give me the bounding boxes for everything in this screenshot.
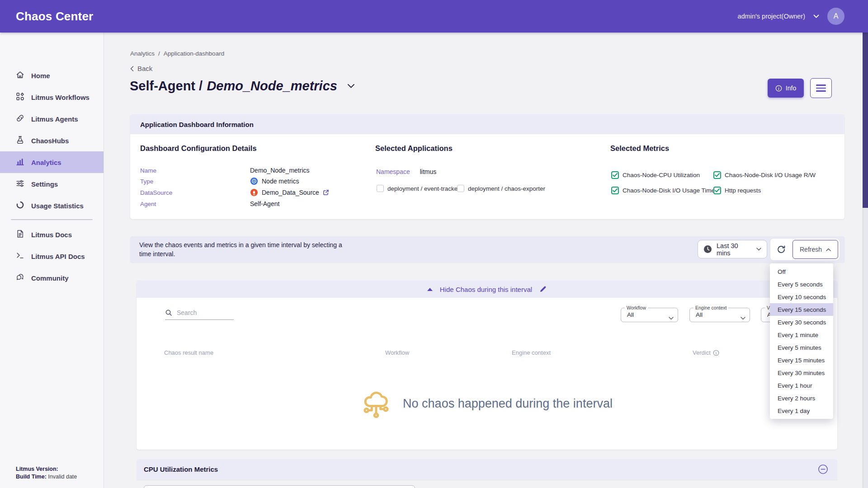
app-title: Chaos Center bbox=[16, 9, 93, 23]
checkbox-checked-icon[interactable] bbox=[611, 171, 619, 179]
flask-icon bbox=[16, 136, 24, 146]
config-value: Node metrics bbox=[262, 178, 299, 185]
engine-context-filter-select[interactable]: Engine context All bbox=[689, 308, 750, 322]
applications-section-title: Selected Applications bbox=[375, 144, 453, 153]
column-header-workflow: Workflow bbox=[385, 349, 409, 356]
breadcrumb: Analytics / Application-dashboard bbox=[130, 50, 224, 57]
refresh-menu-option[interactable]: Every 1 hour bbox=[770, 379, 833, 392]
breadcrumb-analytics[interactable]: Analytics bbox=[130, 50, 155, 57]
chevron-down-icon[interactable] bbox=[813, 14, 819, 18]
sidebar-item-label: ChaosHubs bbox=[31, 137, 69, 145]
refresh-menu-option[interactable]: Every 30 seconds bbox=[770, 316, 833, 328]
circle-icon bbox=[16, 201, 24, 211]
metrics-section-title: Selected Metrics bbox=[610, 144, 669, 153]
search-field bbox=[165, 309, 234, 320]
refresh-interval-menu: Off Every 5 seconds Every 10 seconds Eve… bbox=[770, 263, 833, 419]
metric-checkbox[interactable]: Chaos-Node-Disk I/O Usage Times bbox=[611, 187, 718, 194]
dashboard-menu-button[interactable] bbox=[810, 78, 832, 98]
sidebar-item-litmus-agents[interactable]: Litmus Agents bbox=[0, 108, 104, 130]
config-value: Demo_Node_metrics bbox=[250, 167, 310, 174]
prometheus-icon bbox=[250, 188, 258, 197]
title-dashboard-name: Demo_Node_metrics bbox=[207, 79, 337, 93]
chat-icon bbox=[16, 273, 24, 283]
sidebar-item-label: Community bbox=[31, 274, 69, 282]
avatar[interactable]: A bbox=[827, 8, 844, 25]
cpu-chart-panel bbox=[144, 485, 415, 488]
search-input[interactable] bbox=[177, 309, 226, 316]
sidebar-item-chaoshubs[interactable]: ChaosHubs bbox=[0, 130, 104, 151]
collapse-minus-icon[interactable] bbox=[818, 464, 828, 474]
checkbox-checked-icon[interactable] bbox=[713, 187, 721, 194]
breadcrumb-application-dashboard[interactable]: Application-dashboard bbox=[164, 50, 224, 57]
refresh-menu-option[interactable]: Every 5 minutes bbox=[770, 341, 833, 354]
sidebar-item-community[interactable]: Community bbox=[0, 267, 104, 289]
chevron-down-icon bbox=[741, 314, 745, 322]
workflow-filter-select[interactable]: Workflow All bbox=[621, 308, 678, 322]
sidebar-item-label: Litmus API Docs bbox=[31, 253, 85, 260]
refresh-interval-button[interactable]: Refresh bbox=[793, 240, 838, 259]
config-value: Self-Agent bbox=[250, 200, 279, 207]
refresh-menu-option[interactable]: Off bbox=[770, 265, 833, 278]
cloud-network-icon bbox=[361, 388, 391, 419]
hide-chaos-label: Hide Chaos during this interval bbox=[440, 286, 532, 293]
checkbox-label: deployment / event-tracker bbox=[387, 185, 460, 192]
sidebar-item-home[interactable]: Home bbox=[0, 65, 104, 86]
refresh-menu-option[interactable]: Every 2 hours bbox=[770, 392, 833, 404]
info-icon bbox=[775, 85, 782, 92]
application-checkbox-event-tracker[interactable]: deployment / event-tracker bbox=[377, 185, 460, 192]
project-selector[interactable]: admin's project(Owner) bbox=[738, 13, 805, 20]
checkbox-unchecked-icon[interactable] bbox=[377, 185, 384, 192]
column-header-engine-context: Engine context bbox=[512, 349, 551, 356]
external-link-icon[interactable] bbox=[323, 189, 329, 196]
chevron-down-icon[interactable] bbox=[347, 84, 355, 89]
sidebar-item-litmus-workflows[interactable]: Litmus Workflows bbox=[0, 86, 104, 108]
refresh-menu-option[interactable]: Every 30 minutes bbox=[770, 366, 833, 379]
interval-description: View the chaos events and metrics in a g… bbox=[139, 240, 352, 258]
metric-checkbox[interactable]: Chaos-Node-CPU Utilization bbox=[611, 171, 700, 179]
sidebar-item-litmus-api-docs[interactable]: Litmus API Docs bbox=[0, 245, 104, 267]
info-button[interactable]: Info bbox=[768, 79, 804, 98]
page-scrollbar-thumb[interactable] bbox=[863, 33, 868, 208]
chevron-left-icon bbox=[130, 66, 134, 71]
build-time-value: Invalid date bbox=[48, 474, 77, 480]
header-right-cluster: admin's project(Owner) A bbox=[738, 0, 844, 33]
metric-checkbox[interactable]: Chaos-Node-Disk I/O Usage R/W bbox=[713, 171, 816, 179]
checkbox-checked-icon[interactable] bbox=[611, 187, 619, 194]
refresh-menu-option[interactable]: Every 10 seconds bbox=[770, 291, 833, 303]
hide-chaos-toggle[interactable]: Hide Chaos during this interval bbox=[137, 281, 837, 298]
checkbox-label: deployment / chaos-exporter bbox=[468, 185, 545, 192]
edit-pencil-icon[interactable] bbox=[539, 286, 547, 293]
sidebar-footer: Litmus Version: Build Time: Invalid date bbox=[16, 465, 77, 481]
config-value: Demo_Data_Source bbox=[262, 189, 319, 196]
time-range-select[interactable]: Last 30 mins bbox=[698, 240, 767, 258]
refresh-menu-option[interactable]: Every 1 minute bbox=[770, 328, 833, 341]
checkbox-checked-icon[interactable] bbox=[713, 171, 721, 179]
sidebar-item-analytics[interactable]: Analytics bbox=[0, 151, 104, 173]
refresh-now-button[interactable] bbox=[770, 239, 792, 260]
refresh-controls: Refresh bbox=[770, 238, 840, 261]
sidebar-item-label: Litmus Docs bbox=[31, 231, 72, 239]
refresh-menu-option[interactable]: Every 5 seconds bbox=[770, 278, 833, 291]
avatar-initial: A bbox=[834, 12, 839, 20]
application-dashboard-information-card: Application Dashboard Information Dashbo… bbox=[130, 114, 844, 219]
search-icon bbox=[165, 309, 172, 316]
sidebar-item-usage-statistics[interactable]: Usage Statistics bbox=[0, 195, 104, 216]
info-icon[interactable] bbox=[713, 350, 719, 356]
workflow-filter-value: All bbox=[627, 308, 634, 322]
engine-context-filter-value: All bbox=[696, 308, 703, 322]
top-header-bar: Chaos Center admin's project(Owner) A bbox=[0, 0, 868, 33]
back-button[interactable]: Back bbox=[130, 65, 152, 72]
metric-checkbox[interactable]: Http requests bbox=[713, 187, 761, 194]
refresh-menu-option-selected[interactable]: Every 15 seconds bbox=[770, 303, 833, 316]
config-label: Agent bbox=[140, 201, 250, 207]
sidebar-item-litmus-docs[interactable]: Litmus Docs bbox=[0, 224, 104, 245]
refresh-menu-option[interactable]: Every 1 day bbox=[770, 404, 833, 417]
workflows-icon bbox=[16, 92, 24, 103]
application-checkbox-chaos-exporter[interactable]: deployment / chaos-exporter bbox=[457, 185, 545, 192]
bar-chart-icon bbox=[16, 157, 24, 168]
refresh-menu-option[interactable]: Every 15 minutes bbox=[770, 354, 833, 366]
litmus-version-label: Litmus Version: bbox=[16, 466, 58, 472]
config-label: Name bbox=[140, 167, 250, 174]
checkbox-unchecked-icon[interactable] bbox=[457, 185, 464, 192]
sidebar-item-settings[interactable]: Settings bbox=[0, 173, 104, 195]
